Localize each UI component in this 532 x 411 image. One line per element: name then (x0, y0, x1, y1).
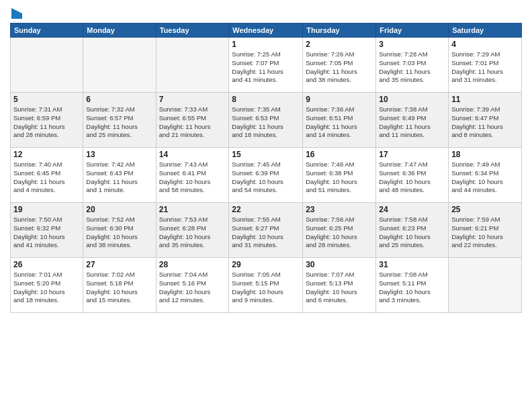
calendar-cell: 28Sunrise: 7:04 AM Sunset: 5:16 PM Dayli… (156, 258, 229, 313)
calendar-cell: 18Sunrise: 7:49 AM Sunset: 6:34 PM Dayli… (449, 148, 522, 203)
day-number: 16 (306, 150, 373, 159)
day-info: Sunrise: 7:31 AM Sunset: 6:59 PM Dayligh… (13, 105, 80, 140)
week-row-1: 1Sunrise: 7:25 AM Sunset: 7:07 PM Daylig… (11, 38, 522, 93)
day-info: Sunrise: 7:05 AM Sunset: 5:15 PM Dayligh… (232, 271, 300, 305)
calendar-cell (449, 258, 522, 313)
day-number: 15 (232, 150, 300, 159)
day-number: 21 (159, 205, 226, 214)
day-info: Sunrise: 7:08 AM Sunset: 5:11 PM Dayligh… (379, 271, 445, 305)
calendar-cell: 25Sunrise: 7:59 AM Sunset: 6:21 PM Dayli… (449, 203, 522, 258)
day-number: 12 (13, 150, 80, 159)
calendar-cell: 7Sunrise: 7:33 AM Sunset: 6:55 PM Daylig… (156, 93, 229, 148)
day-number: 9 (306, 95, 373, 104)
calendar-cell: 4Sunrise: 7:29 AM Sunset: 7:01 PM Daylig… (449, 38, 522, 93)
calendar-cell: 19Sunrise: 7:50 AM Sunset: 6:32 PM Dayli… (11, 203, 83, 258)
calendar-cell: 22Sunrise: 7:55 AM Sunset: 6:27 PM Dayli… (229, 203, 303, 258)
calendar-cell (83, 38, 156, 93)
week-row-4: 19Sunrise: 7:50 AM Sunset: 6:32 PM Dayli… (11, 203, 522, 258)
calendar-cell: 16Sunrise: 7:46 AM Sunset: 6:38 PM Dayli… (303, 148, 376, 203)
day-info: Sunrise: 7:04 AM Sunset: 5:16 PM Dayligh… (159, 271, 226, 305)
header-cell-friday: Friday (376, 24, 449, 38)
day-info: Sunrise: 7:07 AM Sunset: 5:13 PM Dayligh… (306, 271, 373, 305)
calendar-cell: 12Sunrise: 7:40 AM Sunset: 6:45 PM Dayli… (11, 148, 83, 203)
calendar-cell: 31Sunrise: 7:08 AM Sunset: 5:11 PM Dayli… (376, 258, 449, 313)
week-row-2: 5Sunrise: 7:31 AM Sunset: 6:59 PM Daylig… (11, 93, 522, 148)
calendar-cell: 5Sunrise: 7:31 AM Sunset: 6:59 PM Daylig… (11, 93, 83, 148)
calendar-cell: 21Sunrise: 7:53 AM Sunset: 6:28 PM Dayli… (156, 203, 229, 258)
calendar-cell: 30Sunrise: 7:07 AM Sunset: 5:13 PM Dayli… (303, 258, 376, 313)
logo (10, 7, 22, 17)
calendar-cell: 8Sunrise: 7:35 AM Sunset: 6:53 PM Daylig… (229, 93, 303, 148)
week-row-3: 12Sunrise: 7:40 AM Sunset: 6:45 PM Dayli… (11, 148, 522, 203)
day-number: 19 (13, 205, 80, 214)
day-number: 30 (306, 260, 373, 269)
day-info: Sunrise: 7:25 AM Sunset: 7:07 PM Dayligh… (232, 50, 300, 85)
header-cell-sunday: Sunday (11, 24, 83, 38)
calendar-cell: 20Sunrise: 7:52 AM Sunset: 6:30 PM Dayli… (83, 203, 156, 258)
header-cell-thursday: Thursday (303, 24, 376, 38)
day-info: Sunrise: 7:39 AM Sunset: 6:47 PM Dayligh… (451, 105, 519, 140)
day-number: 28 (159, 260, 226, 269)
calendar-cell: 29Sunrise: 7:05 AM Sunset: 5:15 PM Dayli… (229, 258, 303, 313)
calendar-cell: 11Sunrise: 7:39 AM Sunset: 6:47 PM Dayli… (449, 93, 522, 148)
day-number: 25 (451, 205, 519, 214)
day-info: Sunrise: 7:46 AM Sunset: 6:38 PM Dayligh… (306, 161, 373, 195)
calendar-cell: 1Sunrise: 7:25 AM Sunset: 7:07 PM Daylig… (229, 38, 303, 93)
calendar-cell: 6Sunrise: 7:32 AM Sunset: 6:57 PM Daylig… (83, 93, 156, 148)
day-number: 3 (379, 40, 445, 49)
day-info: Sunrise: 7:50 AM Sunset: 6:32 PM Dayligh… (13, 216, 80, 250)
day-info: Sunrise: 7:47 AM Sunset: 6:36 PM Dayligh… (379, 161, 445, 195)
day-number: 29 (232, 260, 300, 269)
calendar-body: 1Sunrise: 7:25 AM Sunset: 7:07 PM Daylig… (11, 38, 522, 313)
day-info: Sunrise: 7:42 AM Sunset: 6:43 PM Dayligh… (86, 161, 152, 195)
day-info: Sunrise: 7:49 AM Sunset: 6:34 PM Dayligh… (451, 161, 519, 195)
day-number: 8 (232, 95, 300, 104)
day-number: 1 (232, 40, 300, 49)
day-info: Sunrise: 7:29 AM Sunset: 7:01 PM Dayligh… (451, 50, 519, 85)
day-info: Sunrise: 7:38 AM Sunset: 6:49 PM Dayligh… (379, 105, 445, 140)
logo-icon (11, 8, 22, 19)
page-container: SundayMondayTuesdayWednesdayThursdayFrid… (0, 0, 532, 316)
day-number: 24 (379, 205, 445, 214)
header (10, 7, 522, 17)
calendar-cell: 15Sunrise: 7:45 AM Sunset: 6:39 PM Dayli… (229, 148, 303, 203)
day-number: 17 (379, 150, 445, 159)
day-info: Sunrise: 7:43 AM Sunset: 6:41 PM Dayligh… (159, 161, 226, 195)
day-number: 23 (306, 205, 373, 214)
calendar-cell: 24Sunrise: 7:58 AM Sunset: 6:23 PM Dayli… (376, 203, 449, 258)
calendar-cell: 2Sunrise: 7:26 AM Sunset: 7:05 PM Daylig… (303, 38, 376, 93)
day-number: 4 (451, 40, 519, 49)
week-row-5: 26Sunrise: 7:01 AM Sunset: 5:20 PM Dayli… (11, 258, 522, 313)
day-number: 6 (86, 95, 152, 104)
calendar-cell: 9Sunrise: 7:36 AM Sunset: 6:51 PM Daylig… (303, 93, 376, 148)
day-info: Sunrise: 7:26 AM Sunset: 7:05 PM Dayligh… (306, 50, 373, 85)
day-info: Sunrise: 7:55 AM Sunset: 6:27 PM Dayligh… (232, 216, 300, 250)
day-number: 26 (13, 260, 80, 269)
calendar-cell: 14Sunrise: 7:43 AM Sunset: 6:41 PM Dayli… (156, 148, 229, 203)
day-info: Sunrise: 7:33 AM Sunset: 6:55 PM Dayligh… (159, 105, 226, 140)
day-info: Sunrise: 7:40 AM Sunset: 6:45 PM Dayligh… (13, 161, 80, 195)
calendar-cell: 17Sunrise: 7:47 AM Sunset: 6:36 PM Dayli… (376, 148, 449, 203)
day-number: 22 (232, 205, 300, 214)
day-number: 11 (451, 95, 519, 104)
calendar-cell: 3Sunrise: 7:28 AM Sunset: 7:03 PM Daylig… (376, 38, 449, 93)
header-cell-wednesday: Wednesday (229, 24, 303, 38)
calendar-cell: 27Sunrise: 7:02 AM Sunset: 5:18 PM Dayli… (83, 258, 156, 313)
calendar-header: SundayMondayTuesdayWednesdayThursdayFrid… (11, 24, 522, 38)
header-cell-saturday: Saturday (449, 24, 522, 38)
day-number: 20 (86, 205, 152, 214)
day-number: 14 (159, 150, 226, 159)
header-row: SundayMondayTuesdayWednesdayThursdayFrid… (11, 24, 522, 38)
day-number: 13 (86, 150, 152, 159)
day-info: Sunrise: 7:36 AM Sunset: 6:51 PM Dayligh… (306, 105, 373, 140)
calendar-cell (11, 38, 83, 93)
calendar-cell (156, 38, 229, 93)
day-number: 31 (379, 260, 445, 269)
day-number: 2 (306, 40, 373, 49)
header-cell-monday: Monday (83, 24, 156, 38)
day-info: Sunrise: 7:32 AM Sunset: 6:57 PM Dayligh… (86, 105, 152, 140)
day-info: Sunrise: 7:28 AM Sunset: 7:03 PM Dayligh… (379, 50, 445, 85)
day-number: 10 (379, 95, 445, 104)
calendar-cell: 23Sunrise: 7:56 AM Sunset: 6:25 PM Dayli… (303, 203, 376, 258)
day-number: 18 (451, 150, 519, 159)
